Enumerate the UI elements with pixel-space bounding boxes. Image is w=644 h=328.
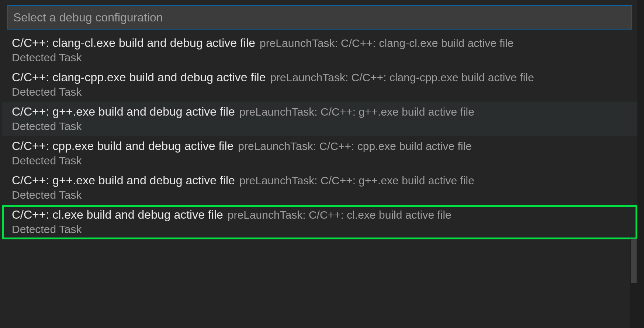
debug-config-input[interactable] [7,5,632,30]
item-description: Detected Task [12,154,632,167]
item-detail: preLaunchTask: C/C++: clang-cpp.exe buil… [270,71,534,84]
item-description: Detected Task [12,189,632,201]
debug-config-item[interactable]: C/C++: clang-cl.exe build and debug acti… [2,33,637,68]
right-edge [637,0,644,328]
debug-config-item[interactable]: C/C++: g++.exe build and debug active fi… [2,171,637,205]
item-header: C/C++: cpp.exe build and debug active fi… [12,139,632,153]
item-header: C/C++: clang-cl.exe build and debug acti… [12,36,632,50]
item-title: C/C++: g++.exe build and debug active fi… [12,105,235,119]
item-description: Detected Task [12,223,632,236]
quickpick-container: C/C++: clang-cl.exe build and debug acti… [2,0,637,328]
item-detail: preLaunchTask: C/C++: g++.exe build acti… [239,174,474,187]
debug-config-item[interactable]: C/C++: cpp.exe build and debug active fi… [2,136,637,171]
item-detail: preLaunchTask: C/C++: g++.exe build acti… [239,106,474,118]
item-detail: preLaunchTask: C/C++: clang-cl.exe build… [260,37,514,49]
item-detail: preLaunchTask: C/C++: cpp.exe build acti… [238,140,472,153]
debug-config-item[interactable]: C/C++: cl.exe build and debug active fil… [2,205,637,239]
item-description: Detected Task [12,86,632,98]
item-title: C/C++: cl.exe build and debug active fil… [12,208,223,222]
item-title: C/C++: clang-cl.exe build and debug acti… [12,36,255,50]
input-wrapper [2,0,637,33]
item-header: C/C++: clang-cpp.exe build and debug act… [12,71,632,84]
scrollbar-thumb[interactable] [631,239,637,283]
item-title: C/C++: clang-cpp.exe build and debug act… [12,71,266,84]
item-description: Detected Task [12,120,632,133]
debug-config-item[interactable]: C/C++: g++.exe build and debug active fi… [2,102,637,136]
item-header: C/C++: g++.exe build and debug active fi… [12,105,632,119]
debug-config-item[interactable]: C/C++: clang-cpp.exe build and debug act… [2,68,637,102]
debug-config-list: C/C++: clang-cl.exe build and debug acti… [2,33,637,328]
item-title: C/C++: cpp.exe build and debug active fi… [12,139,233,153]
item-detail: preLaunchTask: C/C++: cl.exe build activ… [228,209,451,221]
item-description: Detected Task [12,51,632,64]
item-header: C/C++: g++.exe build and debug active fi… [12,174,632,187]
item-title: C/C++: g++.exe build and debug active fi… [12,174,235,187]
item-header: C/C++: cl.exe build and debug active fil… [12,208,632,222]
